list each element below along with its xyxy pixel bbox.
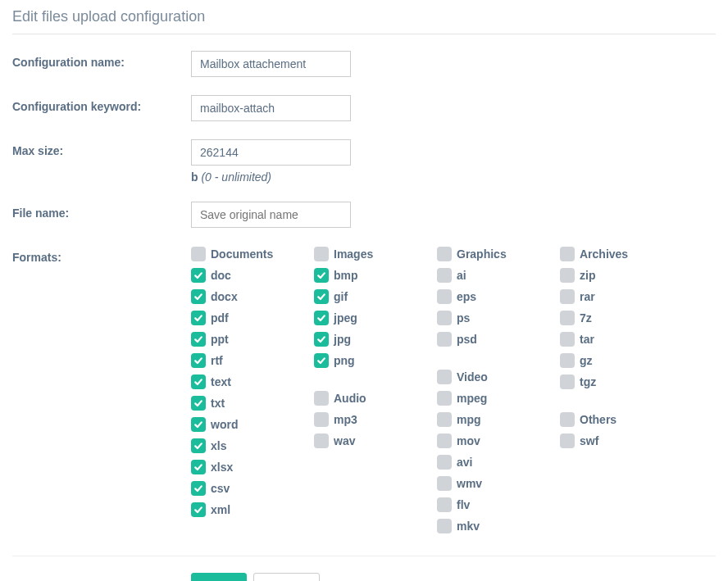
checkbox-mpeg[interactable] bbox=[437, 391, 452, 406]
item-label-rtf: rtf bbox=[211, 354, 223, 367]
format-item-doc: doc bbox=[191, 267, 289, 284]
checkbox-zip[interactable] bbox=[560, 268, 575, 283]
item-label-ai: ai bbox=[457, 269, 466, 282]
item-label-wav: wav bbox=[334, 434, 355, 447]
cancel-button[interactable]: Cancel bbox=[253, 573, 320, 581]
checkbox-ppt[interactable] bbox=[191, 332, 206, 347]
checkbox-jpg[interactable] bbox=[314, 332, 329, 347]
checkbox-audio[interactable] bbox=[314, 391, 329, 406]
item-label-eps: eps bbox=[457, 290, 476, 303]
row-max-size: Max size: b (0 - unlimited) bbox=[12, 139, 716, 184]
format-item-ppt: ppt bbox=[191, 331, 289, 347]
item-label-xml: xml bbox=[211, 503, 230, 516]
checkbox-doc[interactable] bbox=[191, 268, 206, 283]
format-item-wmv: wmv bbox=[437, 475, 535, 492]
format-item-mpeg: mpeg bbox=[437, 390, 535, 406]
checkbox-images[interactable] bbox=[314, 247, 329, 261]
format-item-psd: psd bbox=[437, 331, 535, 347]
item-label-word: word bbox=[211, 418, 238, 431]
checkbox-swf[interactable] bbox=[560, 433, 575, 448]
checkbox-txt[interactable] bbox=[191, 396, 206, 411]
divider-bottom bbox=[12, 556, 716, 556]
hint-range: (0 - unlimited) bbox=[201, 170, 271, 184]
checkbox-gif[interactable] bbox=[314, 289, 329, 304]
format-item-xlsx: xlsx bbox=[191, 459, 289, 475]
item-label-ps: ps bbox=[457, 311, 470, 325]
input-config-name[interactable] bbox=[191, 51, 351, 77]
checkbox-wmv[interactable] bbox=[437, 476, 452, 491]
checkbox-ai[interactable] bbox=[437, 268, 452, 283]
checkbox-tar[interactable] bbox=[560, 332, 575, 347]
checkbox-word[interactable] bbox=[191, 417, 206, 432]
checkbox-mp3[interactable] bbox=[314, 412, 329, 427]
format-item-rar: rar bbox=[560, 288, 658, 305]
checkbox-documents[interactable] bbox=[191, 247, 206, 261]
checkbox-psd[interactable] bbox=[437, 332, 452, 347]
input-file-name[interactable] bbox=[191, 202, 351, 228]
checkbox-tgz[interactable] bbox=[560, 374, 575, 389]
format-item-mov: mov bbox=[437, 433, 535, 449]
checkbox-png[interactable] bbox=[314, 353, 329, 368]
group-label-audio: Audio bbox=[334, 392, 366, 405]
label-config-keyword: Configuration keyword: bbox=[12, 95, 191, 113]
format-group: Audiomp3wav bbox=[314, 390, 412, 454]
checkbox-text[interactable] bbox=[191, 374, 206, 389]
checkbox-graphics[interactable] bbox=[437, 247, 452, 261]
checkbox-xls[interactable] bbox=[191, 438, 206, 453]
format-group-images: Images bbox=[314, 246, 412, 262]
format-group: Archivesziprar7ztargztgz bbox=[560, 246, 658, 395]
item-label-csv: csv bbox=[211, 482, 230, 495]
checkbox-jpeg[interactable] bbox=[314, 311, 329, 325]
checkbox-ps[interactable] bbox=[437, 311, 452, 325]
checkbox-others[interactable] bbox=[560, 412, 575, 427]
checkbox-video[interactable] bbox=[437, 370, 452, 384]
row-file-name: File name: bbox=[12, 202, 716, 228]
input-max-size[interactable] bbox=[191, 139, 351, 166]
format-item-rtf: rtf bbox=[191, 352, 289, 369]
checkbox-wav[interactable] bbox=[314, 433, 329, 448]
checkbox-rtf[interactable] bbox=[191, 353, 206, 368]
checkbox-gz[interactable] bbox=[560, 353, 575, 368]
format-group-archives: Archives bbox=[560, 246, 658, 262]
format-item-avi: avi bbox=[437, 454, 535, 470]
checkbox-rar[interactable] bbox=[560, 289, 575, 304]
format-group: Videompegmpgmovaviwmvflvmkv bbox=[437, 369, 535, 539]
format-item-eps: eps bbox=[437, 288, 535, 305]
save-button[interactable]: Save bbox=[191, 573, 247, 581]
checkbox-mov[interactable] bbox=[437, 433, 452, 448]
row-config-keyword: Configuration keyword: bbox=[12, 95, 716, 121]
format-item-xls: xls bbox=[191, 438, 289, 454]
item-label-jpg: jpg bbox=[334, 333, 351, 346]
format-group: Imagesbmpgifjpegjpgpng bbox=[314, 246, 412, 374]
item-label-mov: mov bbox=[457, 434, 480, 447]
format-item-gif: gif bbox=[314, 288, 412, 305]
checkbox-mkv[interactable] bbox=[437, 519, 452, 533]
checkbox-xml[interactable] bbox=[191, 502, 206, 517]
checkbox-docx[interactable] bbox=[191, 289, 206, 304]
item-label-ppt: ppt bbox=[211, 333, 229, 346]
input-config-keyword[interactable] bbox=[191, 95, 351, 121]
format-item-word: word bbox=[191, 416, 289, 433]
checkbox-pdf[interactable] bbox=[191, 311, 206, 325]
checkbox-7z[interactable] bbox=[560, 311, 575, 325]
item-label-jpeg: jpeg bbox=[334, 311, 357, 325]
format-item-7z: 7z bbox=[560, 310, 658, 326]
checkbox-avi[interactable] bbox=[437, 455, 452, 470]
format-item-docx: docx bbox=[191, 288, 289, 305]
checkbox-bmp[interactable] bbox=[314, 268, 329, 283]
checkbox-archives[interactable] bbox=[560, 247, 575, 261]
checkbox-csv[interactable] bbox=[191, 481, 206, 496]
divider-top bbox=[12, 34, 716, 34]
item-label-bmp: bmp bbox=[334, 269, 358, 282]
item-label-gif: gif bbox=[334, 290, 348, 303]
checkbox-mpg[interactable] bbox=[437, 412, 452, 427]
group-label-graphics: Graphics bbox=[457, 247, 507, 261]
checkbox-xlsx[interactable] bbox=[191, 460, 206, 474]
checkbox-flv[interactable] bbox=[437, 497, 452, 512]
checkbox-eps[interactable] bbox=[437, 289, 452, 304]
format-item-txt: txt bbox=[191, 395, 289, 411]
item-label-wmv: wmv bbox=[457, 477, 482, 490]
item-label-png: png bbox=[334, 354, 355, 367]
item-label-doc: doc bbox=[211, 269, 231, 282]
item-label-flv: flv bbox=[457, 498, 470, 511]
